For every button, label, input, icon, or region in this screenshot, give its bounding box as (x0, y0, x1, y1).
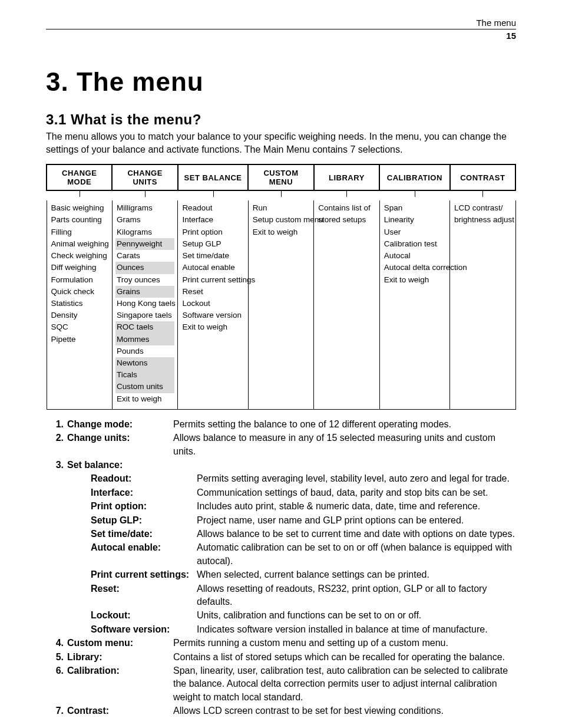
menu-item: Print current settings (181, 274, 244, 286)
definition-label: Change units: (67, 431, 173, 444)
menu-item: Pounds (115, 345, 174, 357)
menu-item: Linearity (383, 214, 447, 226)
definition-description: Includes auto print, stable & numeric da… (197, 500, 516, 513)
definition-description: Span, linearity, user, calibration test,… (173, 664, 516, 704)
definition-row: 6.Calibration:Span, linearity, user, cal… (46, 664, 516, 704)
menu-item: Statistics (50, 298, 109, 309)
menu-item: Mommes (115, 334, 174, 345)
section-title: 3.1 What is the menu? (46, 111, 516, 128)
definition-label: Change mode: (67, 418, 173, 431)
definition-description: Allows LCD screen contrast to be set for… (173, 704, 516, 717)
menu-item: Set time/date (181, 250, 244, 262)
menu-item: Exit to weigh (252, 226, 310, 238)
definition-description: Indicates software version installed in … (197, 623, 516, 636)
menu-item: Exit to weigh (383, 274, 447, 286)
definition-label: Set balance: (67, 459, 173, 472)
definition-row: 4.Custom menu:Permits running a custom m… (46, 637, 516, 650)
definition-label: Print option: (67, 500, 197, 513)
definition-label: Contrast: (67, 704, 173, 717)
menu-item: Run (252, 202, 310, 214)
definition-number: 2. (46, 431, 67, 444)
menu-item: Animal weighing (50, 238, 109, 250)
definition-description: Contains a list of stored setups which c… (173, 651, 516, 664)
menu-item: SQC (50, 321, 109, 333)
connector (47, 190, 112, 200)
menu-item: Span (383, 202, 447, 214)
menu-item: Interface (181, 214, 244, 226)
definition-row: Reset:Allows resetting of readouts, RS23… (46, 582, 516, 609)
menu-item: Calibration test (383, 238, 447, 250)
col-change-mode: Basic weighingParts countingFillingAnima… (48, 201, 111, 349)
col-library: Contains list ofstored setups (315, 201, 378, 229)
running-header: The menu (46, 18, 516, 28)
definition-label: Calibration: (67, 664, 173, 677)
connector (178, 190, 248, 200)
connector (450, 190, 515, 200)
menu-item: Autocal delta correction (383, 262, 447, 274)
connector (112, 190, 177, 200)
menu-item: Check weighing (50, 250, 109, 262)
definition-description: Allows balance to be set to current time… (197, 528, 516, 541)
menu-item: Kilograms (115, 226, 174, 238)
menu-item: Ticals (115, 369, 174, 381)
definition-description: Permits running a custom menu and settin… (173, 637, 516, 650)
page: The menu 15 3. The menu 3.1 What is the … (0, 0, 562, 728)
menu-item: Exit to weigh (181, 321, 244, 333)
menu-item: Quick check (50, 286, 109, 298)
definition-description: When selected, current balance settings … (197, 568, 516, 581)
menu-item: Milligrams (115, 202, 174, 214)
definition-number: 1. (46, 418, 67, 431)
col-contrast: LCD contrast/brightness adjust (451, 201, 514, 229)
col-head-library: LIBRARY (314, 164, 379, 190)
definition-description: Permits setting the balance to one of 12… (173, 418, 516, 431)
definition-label: Set time/date: (67, 528, 197, 541)
definition-label: Library: (67, 651, 173, 664)
menu-item: Singapore taels (115, 309, 174, 321)
menu-diagram: CHANGE MODE CHANGE UNITS SET BALANCE CUS… (46, 164, 516, 410)
definition-label: Reset: (67, 582, 197, 595)
connector (314, 190, 379, 200)
col-head-set-balance: SET BALANCE (178, 164, 248, 190)
menu-item: Readout (181, 202, 244, 214)
definition-row: Autocal enable:Automatic calibration can… (46, 541, 516, 568)
menu-item: brightness adjust (453, 214, 512, 226)
menu-item: Exit to weigh (115, 393, 174, 405)
menu-item: Autocal enable (181, 262, 244, 274)
definition-row: 7.Contrast:Allows LCD screen contrast to… (46, 704, 516, 717)
menu-item: Density (50, 309, 109, 321)
menu-item: LCD contrast/ (453, 202, 512, 214)
menu-item: Carats (115, 250, 174, 262)
definition-description: Permits setting averaging level, stabili… (197, 472, 516, 485)
menu-item: Diff weighing (50, 262, 109, 274)
intro-paragraph: The menu allows you to match your balanc… (46, 130, 516, 156)
definition-row: Print option:Includes auto print, stable… (46, 500, 516, 513)
definition-number: 3. (46, 459, 67, 472)
definition-row: Print current settings:When selected, cu… (46, 568, 516, 581)
definition-label: Setup GLP: (67, 514, 197, 527)
definition-row: 2.Change units:Allows balance to measure… (46, 431, 516, 458)
definition-description: Project name, user name and GLP print op… (197, 514, 516, 527)
definitions-list: 1.Change mode:Permits setting the balanc… (46, 418, 516, 718)
header-rule (46, 29, 516, 29)
menu-item: Pipette (50, 334, 109, 345)
chapter-title: 3. The menu (46, 67, 516, 97)
menu-item: Custom units (115, 381, 174, 393)
col-custom-menu: RunSetup custom menuExit to weigh (249, 201, 313, 242)
col-change-units: MilligramsGramsKilogramsPennyweightCarat… (113, 201, 177, 409)
definition-label: Autocal enable: (67, 541, 197, 554)
definition-row: Setup GLP:Project name, user name and GL… (46, 514, 516, 527)
menu-item: ROC taels (115, 321, 174, 333)
definition-label: Software version: (67, 623, 197, 636)
col-calibration: SpanLinearityUserCalibration testAutocal… (381, 201, 449, 289)
definition-description: Communication settings of baud, data, pa… (197, 486, 516, 499)
definition-description: Units, calibration and functions can be … (197, 609, 516, 622)
connector (248, 190, 313, 200)
definition-label: Lockout: (67, 609, 197, 622)
menu-item: Contains list of (317, 202, 376, 214)
page-number: 15 (46, 31, 516, 41)
connector (379, 190, 449, 200)
menu-item: Filling (50, 226, 109, 238)
menu-item: stored setups (317, 214, 376, 226)
menu-item: Pennyweight (115, 238, 174, 250)
col-head-contrast: CONTRAST (450, 164, 515, 190)
